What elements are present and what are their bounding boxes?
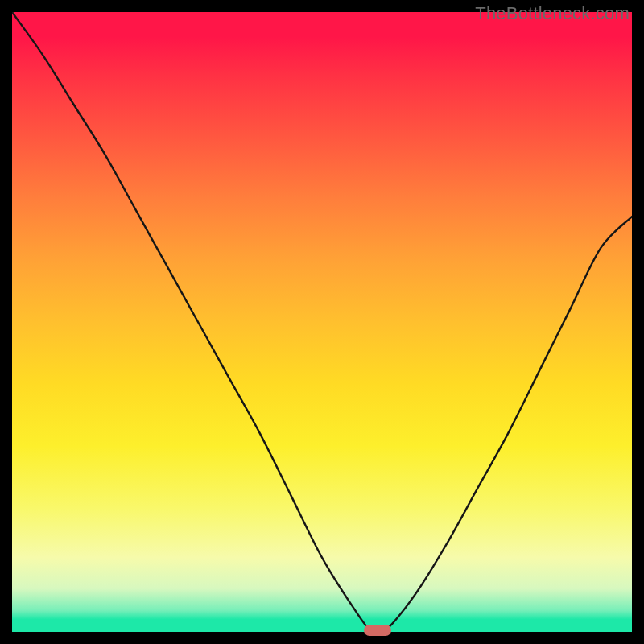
chart-frame: TheBottleneck.com [0, 0, 644, 644]
plot-area [12, 12, 632, 632]
bottleneck-curve [12, 12, 632, 632]
optimum-marker [364, 625, 391, 636]
watermark-text: TheBottleneck.com [475, 3, 630, 24]
